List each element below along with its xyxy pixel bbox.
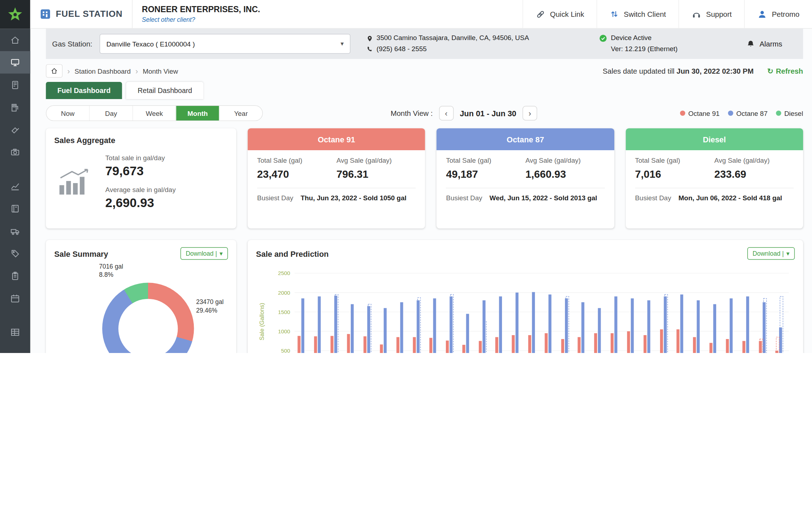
pos-terminal-icon: [10, 79, 20, 90]
range-now-button[interactable]: Now: [46, 106, 89, 121]
svg-text:2000: 2000: [278, 290, 290, 296]
sidebar-item-reports[interactable]: [0, 197, 30, 220]
brand: FUEL STATION: [30, 0, 132, 28]
legend-octane-91: Octane 91: [680, 109, 720, 117]
legend-dot: [776, 111, 781, 116]
next-month-button[interactable]: ›: [522, 106, 537, 121]
range-year-button[interactable]: Year: [219, 106, 262, 121]
chevron-right-icon: ›: [136, 67, 138, 75]
month-view-nav: Month View : ‹ Jun 01 - Jun 30 ›: [390, 106, 537, 121]
sale-prediction-card: Sale and Prediction Download |▾ 05001000…: [248, 240, 803, 353]
breadcrumb-month-view[interactable]: Month View: [143, 67, 178, 75]
monitor-icon: [10, 57, 20, 68]
range-week-button[interactable]: Week: [132, 106, 176, 121]
legend-octane-87: Octane 87: [728, 109, 768, 117]
breadcrumb-home-button[interactable]: [46, 64, 63, 78]
sidebar-item-records[interactable]: [0, 321, 30, 343]
gas-station-value: Danville Texaco ( E1000004 ): [107, 40, 195, 48]
svg-text:1000: 1000: [278, 328, 290, 334]
download-button[interactable]: Download |▾: [747, 247, 795, 260]
total-sale-value: 7,016: [635, 168, 714, 181]
link-icon: [536, 9, 546, 19]
gas-station-select[interactable]: Danville Texaco ( E1000004 ) ▾: [100, 34, 351, 54]
quick-link-button[interactable]: Quick Link: [522, 0, 597, 28]
home-icon: [50, 67, 58, 74]
gas-station-label: Gas Station:: [52, 40, 92, 48]
octane-91-card-header: Octane 91: [248, 128, 425, 150]
legend-label: Diesel: [784, 109, 803, 117]
sales-aggregate-card: Sales Aggregate Total sale in gal/day 79…: [46, 128, 236, 229]
chevron-down-icon: ▾: [786, 250, 789, 257]
dashboard-tabs: Fuel Dashboard Retail Dashboard: [46, 82, 803, 99]
sidebar-gap: [0, 343, 30, 353]
map-pin-icon: [366, 35, 373, 42]
app-logo[interactable]: [0, 0, 30, 29]
chevron-down-icon: ▾: [220, 250, 223, 257]
busiest-day-label: Busiest Day: [635, 194, 671, 202]
download-label: Download |: [186, 250, 217, 257]
total-sale-label: Total Sale (gal): [257, 157, 336, 165]
support-label: Support: [706, 10, 732, 18]
camera-icon: [10, 147, 20, 157]
diesel-card: Diesel Total Sale (gal)7,016 Avg Sale (g…: [626, 128, 803, 229]
range-day-button[interactable]: Day: [89, 106, 132, 121]
date-range: Jun 01 - Jun 30: [460, 109, 516, 118]
support-button[interactable]: Support: [679, 0, 744, 28]
building-icon: [40, 8, 51, 20]
sidebar-item-calendar[interactable]: [0, 287, 30, 309]
station-bar: Gas Station: Danville Texaco ( E1000004 …: [46, 29, 803, 59]
download-button[interactable]: Download |▾: [181, 247, 228, 260]
legend-diesel: Diesel: [776, 109, 803, 117]
sidebar-item-camera[interactable]: [0, 141, 30, 163]
app-root: FUEL STATION RONEER ENTERPRISES, INC. Se…: [0, 0, 812, 353]
legend-dot: [728, 111, 733, 116]
total-sale-label: Total Sale (gal): [446, 157, 525, 165]
clipboard-icon: [10, 270, 20, 281]
station-phone: (925) 648 - 2555: [377, 44, 427, 55]
avg-sale-value: 796.31: [336, 168, 416, 181]
sidebar-item-dashboard[interactable]: [0, 51, 30, 74]
sidebar-item-tasks[interactable]: [0, 264, 30, 287]
bar-chart-icon: [57, 167, 92, 197]
avg-sale-value: 2,690.93: [105, 196, 176, 210]
busiest-day-label: Busiest Day: [446, 194, 482, 202]
sales-updated-value: Jun 30, 2022 02:30 PM: [676, 67, 754, 75]
fuel-pump-icon: [10, 102, 20, 112]
svg-text:1500: 1500: [278, 309, 290, 315]
main-content: Gas Station: Danville Texaco ( E1000004 …: [30, 29, 812, 353]
range-month-button[interactable]: Month: [176, 106, 219, 121]
sidebar-item-analytics[interactable]: [0, 175, 30, 197]
prev-month-button[interactable]: ‹: [439, 106, 454, 121]
price-tag-icon: [10, 248, 20, 259]
switch-client-button[interactable]: Switch Client: [597, 0, 679, 28]
alarms-button[interactable]: Alarms: [747, 39, 797, 48]
sidebar-item-deliveries[interactable]: [0, 220, 30, 242]
octane-87-card: Octane 87 Total Sale (gal)49,187 Avg Sal…: [437, 128, 614, 229]
total-sale-value: 23,470: [257, 168, 336, 181]
busiest-day-label: Busiest Day: [257, 194, 293, 202]
select-other-client-link[interactable]: Select other client?: [142, 16, 260, 23]
device-status: Device Active: [611, 33, 652, 44]
headset-icon: [692, 9, 702, 19]
month-view-label: Month View :: [390, 109, 433, 117]
refresh-button[interactable]: ↻Refresh: [767, 67, 803, 75]
sales-updated-text: Sales date updated till Jun 30, 2022 02:…: [602, 67, 753, 75]
avg-sale-value: 1,660.93: [525, 168, 605, 181]
tab-retail-dashboard[interactable]: Retail Dashboard: [126, 82, 203, 99]
tab-fuel-dashboard[interactable]: Fuel Dashboard: [46, 82, 122, 99]
legend-dot: [680, 111, 685, 116]
busiest-day-value: Mon, Jun 06, 2022 - Sold 418 gal: [679, 194, 782, 202]
sidebar-item-home[interactable]: [0, 29, 30, 51]
sidebar-item-nozzle[interactable]: [0, 118, 30, 141]
sidebar-item-pos[interactable]: [0, 74, 30, 96]
legend-label: Octane 91: [688, 109, 720, 117]
sidebar-item-pricing[interactable]: [0, 242, 30, 265]
sidebar-item-pumps[interactable]: [0, 96, 30, 118]
brand-name: FUEL STATION: [56, 9, 123, 19]
fuel-legend: Octane 91 Octane 87 Diesel: [680, 109, 803, 117]
device-version: Ver: 12.219 (Ethernet): [611, 44, 678, 55]
user-menu[interactable]: Petromo: [744, 0, 812, 28]
svg-text:Sale (Gallons): Sale (Gallons): [259, 303, 265, 340]
diesel-card-header: Diesel: [626, 128, 803, 150]
breadcrumb-station-dashboard[interactable]: Station Dashboard: [75, 67, 131, 75]
